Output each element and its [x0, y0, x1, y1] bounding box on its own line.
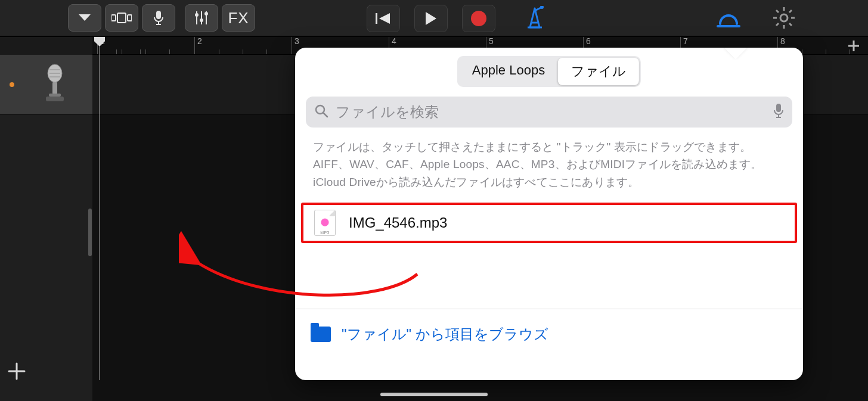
file-name-label: IMG_4546.mp3 [349, 215, 447, 231]
record-button[interactable] [462, 5, 495, 32]
svg-rect-2 [128, 15, 132, 21]
browse-label: "ファイル" から項目をブラウズ [342, 325, 548, 344]
rewind-button[interactable] [367, 5, 400, 32]
browser-tabs: Apple Loops ファイル [457, 56, 641, 87]
tab-files[interactable]: ファイル [558, 58, 639, 85]
track-header-audio[interactable] [0, 55, 92, 114]
track-status-dot [10, 82, 14, 87]
mixer-button[interactable] [185, 4, 218, 32]
tab-apple-loops[interactable]: Apple Loops [459, 58, 558, 85]
svg-line-26 [776, 23, 779, 26]
divider [295, 309, 803, 309]
svg-line-36 [323, 113, 327, 117]
svg-rect-30 [52, 82, 57, 95]
track-layout-button[interactable] [105, 4, 138, 32]
voice-input-button[interactable] [142, 4, 175, 32]
svg-rect-31 [49, 94, 61, 97]
loop-browser-button[interactable] [715, 6, 742, 32]
loop-browser-popover: Apple Loops ファイル ファイルは、タッチして押さえたままにすると "… [295, 48, 803, 380]
mp3-file-icon [314, 210, 336, 236]
ruler-bar-label: 3 [294, 37, 299, 46]
ruler-bar-label: 5 [489, 37, 494, 46]
add-section-button[interactable] [843, 38, 864, 54]
svg-point-18 [780, 14, 788, 21]
svg-point-11 [204, 12, 208, 15]
svg-rect-32 [46, 97, 64, 101]
help-text: ファイルは、タッチして押さえたままにすると "トラック" 表示にドラッグできます… [313, 138, 785, 191]
svg-rect-1 [117, 13, 126, 23]
browse-files-button[interactable]: "ファイル" から項目をブラウズ [308, 319, 790, 349]
svg-rect-37 [776, 104, 781, 112]
file-item[interactable]: IMG_4546.mp3 [301, 203, 797, 243]
settings-button[interactable] [772, 6, 796, 32]
home-indicator[interactable] [380, 393, 488, 396]
svg-rect-12 [376, 13, 377, 24]
view-menu-button[interactable] [68, 4, 101, 32]
search-field[interactable] [306, 97, 792, 128]
fx-label: FX [228, 9, 249, 27]
svg-line-23 [776, 10, 779, 13]
ruler-bar-label: 6 [586, 37, 591, 46]
svg-line-24 [789, 23, 792, 26]
play-button[interactable] [414, 5, 448, 32]
metronome-button[interactable] [522, 6, 548, 32]
svg-rect-0 [111, 15, 116, 21]
microphone-icon [41, 64, 69, 105]
ruler-bar-label: 4 [392, 37, 396, 46]
svg-point-9 [200, 18, 203, 22]
ruler-bar-label: 7 [683, 37, 688, 46]
svg-line-25 [789, 10, 792, 13]
playhead-line [99, 46, 100, 380]
top-toolbar: FX [0, 0, 868, 37]
ruler-bar-label: 2 [197, 37, 202, 46]
search-input[interactable] [336, 104, 766, 120]
folder-icon [311, 327, 331, 342]
add-track-button[interactable] [0, 355, 33, 388]
svg-point-7 [195, 13, 199, 17]
vertical-scrollbar[interactable] [88, 209, 92, 256]
fx-button[interactable]: FX [222, 4, 255, 32]
dictation-icon[interactable] [773, 103, 784, 121]
record-icon [471, 11, 486, 26]
svg-rect-3 [156, 11, 161, 19]
ruler-bar-label: 8 [780, 37, 785, 46]
search-icon [314, 104, 328, 120]
